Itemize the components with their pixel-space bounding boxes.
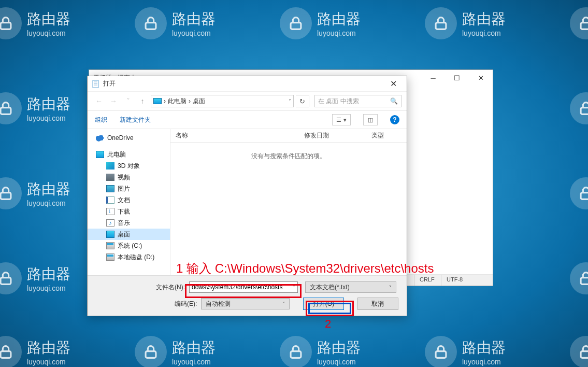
picture-icon <box>106 185 114 192</box>
new-folder-button[interactable]: 新建文件夹 <box>120 116 151 124</box>
svg-rect-4 <box>581 23 588 30</box>
watermark: 路由器luyouqi.com <box>0 92 70 124</box>
svg-rect-11 <box>1 351 11 358</box>
watermark <box>570 177 588 209</box>
tree-video[interactable]: 视频 <box>88 172 170 183</box>
svg-rect-2 <box>291 23 301 30</box>
nav-forward-button[interactable]: → <box>107 95 120 107</box>
svg-rect-14 <box>436 351 446 358</box>
crumb-root[interactable]: 此电脑 <box>168 97 187 106</box>
annotation-step1: 1 输入 C:\Windows\System32\drivers\etc\hos… <box>176 260 434 277</box>
tree-3d[interactable]: 3D 对象 <box>88 160 170 172</box>
watermark: 路由器luyouqi.com <box>425 336 506 367</box>
view-mode-button[interactable]: ☰ ▾ <box>332 114 351 125</box>
preview-pane-button[interactable]: ◫ <box>363 114 378 125</box>
svg-rect-3 <box>436 23 446 30</box>
svg-rect-7 <box>1 193 11 200</box>
watermark <box>570 92 588 124</box>
nav-up-button[interactable]: ↑ <box>136 95 149 107</box>
svg-rect-15 <box>581 351 588 358</box>
watermark: 路由器luyouqi.com <box>0 262 70 294</box>
col-name[interactable]: 名称 <box>170 131 299 140</box>
filename-field[interactable] <box>192 284 285 291</box>
svg-rect-10 <box>581 278 588 285</box>
svg-rect-8 <box>581 193 588 200</box>
document-icon <box>106 196 114 204</box>
svg-rect-12 <box>146 351 156 358</box>
svg-rect-1 <box>146 23 156 30</box>
watermark <box>570 336 588 367</box>
dialog-title: 打开 <box>103 79 116 88</box>
open-button[interactable]: 打开(O) <box>303 298 344 310</box>
minimize-button[interactable]: ─ <box>421 70 445 86</box>
tree-downloads[interactable]: 下载 <box>88 206 170 217</box>
folder-tree[interactable]: OneDrive 此电脑 3D 对象 视频 图片 文档 下载 ♪音乐 桌面 系统… <box>88 129 170 279</box>
refresh-button[interactable]: ↻ <box>296 95 309 107</box>
file-list[interactable]: 名称 修改日期 类型 没有与搜索条件匹配的项。 <box>170 129 407 279</box>
svg-rect-5 <box>1 108 11 115</box>
encoding-label: 编码(E): <box>96 300 197 308</box>
tree-documents[interactable]: 文档 <box>88 194 170 206</box>
svg-rect-6 <box>581 108 588 115</box>
tree-music[interactable]: ♪音乐 <box>88 217 170 229</box>
close-button[interactable]: ✕ <box>469 70 493 86</box>
open-dialog: 打开 ✕ ← → ˅ ↑ › 此电脑 › 桌面 ˅ ↻ 在 桌面 中搜索 🔍 组… <box>87 76 407 316</box>
cube-icon <box>106 162 114 170</box>
tree-thispc[interactable]: 此电脑 <box>88 149 170 160</box>
search-placeholder: 在 桌面 中搜索 <box>318 97 359 106</box>
chevron-down-icon: ˅ <box>389 285 392 290</box>
col-modified[interactable]: 修改日期 <box>299 131 366 140</box>
annotation-step2: 2 <box>325 317 331 331</box>
drive-icon <box>106 242 114 249</box>
tree-drive-d[interactable]: 本地磁盘 (D:) <box>88 251 170 263</box>
help-button[interactable]: ? <box>390 115 399 124</box>
tree-drive-c[interactable]: 系统 (C:) <box>88 240 170 251</box>
drive-icon <box>106 253 114 261</box>
notepad-icon <box>92 80 100 88</box>
music-icon: ♪ <box>106 219 114 227</box>
cloud-icon <box>96 134 104 142</box>
watermark: 路由器luyouqi.com <box>0 336 70 367</box>
watermark: 路由器luyouqi.com <box>135 336 216 367</box>
svg-rect-0 <box>1 23 11 30</box>
download-icon <box>106 208 114 215</box>
close-button[interactable]: ✕ <box>384 78 403 90</box>
search-input[interactable]: 在 桌面 中搜索 🔍 <box>314 95 401 107</box>
watermark <box>570 7 588 39</box>
video-icon <box>106 174 114 181</box>
watermark: 路由器luyouqi.com <box>280 336 361 367</box>
encoding-select[interactable]: 自动检测˅ <box>201 298 290 309</box>
desktop-icon <box>106 231 114 238</box>
watermark: 路由器luyouqi.com <box>425 7 506 39</box>
watermark: 路由器luyouqi.com <box>135 7 216 39</box>
crumb-leaf[interactable]: 桌面 <box>193 97 205 106</box>
watermark <box>570 262 588 294</box>
cancel-button[interactable]: 取消 <box>357 298 398 310</box>
nav-recent-button[interactable]: ˅ <box>122 95 134 107</box>
svg-rect-9 <box>1 278 11 285</box>
chevron-down-icon: ˅ <box>282 301 285 307</box>
maximize-button[interactable]: ☐ <box>445 70 469 86</box>
watermark: 路由器luyouqi.com <box>280 7 361 39</box>
filename-label: 文件名(N): <box>96 283 185 292</box>
status-encoding: UTF-8 <box>441 275 493 286</box>
svg-rect-16 <box>93 80 98 88</box>
empty-message: 没有与搜索条件匹配的项。 <box>170 143 407 170</box>
svg-rect-13 <box>291 351 301 358</box>
tree-onedrive[interactable]: OneDrive <box>88 132 170 144</box>
breadcrumb[interactable]: › 此电脑 › 桌面 ˅ <box>151 95 294 107</box>
filetype-select[interactable]: 文本文档(*.txt)˅ <box>305 281 396 293</box>
nav-back-button[interactable]: ← <box>93 95 105 107</box>
pc-icon <box>96 151 104 158</box>
organize-menu[interactable]: 组织 <box>95 116 107 124</box>
tree-pictures[interactable]: 图片 <box>88 183 170 194</box>
filename-input[interactable]: ˅ <box>189 281 298 293</box>
search-icon: 🔍 <box>390 97 398 105</box>
watermark: 路由器luyouqi.com <box>0 7 70 39</box>
watermark: 路由器luyouqi.com <box>0 177 70 209</box>
pc-icon <box>153 98 162 104</box>
chevron-down-icon[interactable]: ˅ <box>293 285 295 290</box>
tree-desktop[interactable]: 桌面 <box>88 229 170 240</box>
col-type[interactable]: 类型 <box>366 131 397 140</box>
